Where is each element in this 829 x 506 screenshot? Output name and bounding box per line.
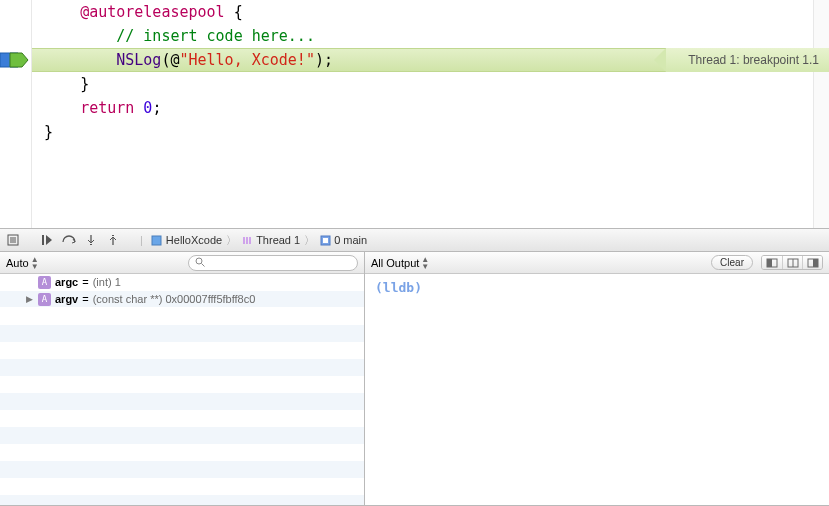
- equals: =: [82, 276, 88, 288]
- console-filter-bar: All Output ▲▼ Clear: [365, 252, 829, 274]
- continue-icon[interactable]: [40, 233, 54, 247]
- code-lines[interactable]: @autoreleasepool { // insert code here..…: [32, 0, 829, 144]
- variables-search-field[interactable]: [188, 255, 358, 271]
- chevron-right-icon: 〉: [304, 233, 315, 248]
- toggle-debug-area-icon[interactable]: [6, 233, 20, 247]
- breadcrumb-item-frame[interactable]: 0 main: [319, 234, 367, 246]
- search-icon: [195, 257, 205, 269]
- variable-row[interactable]: A argc = (int) 1: [0, 274, 364, 291]
- disclosure-icon[interactable]: ▶: [24, 294, 34, 304]
- search-input[interactable]: [209, 257, 351, 269]
- breadcrumb: HelloXcode 〉 Thread 1 〉 0 main: [151, 233, 367, 248]
- show-console-only-button[interactable]: [802, 256, 822, 269]
- step-into-icon[interactable]: [84, 233, 98, 247]
- svg-rect-4: [152, 236, 161, 245]
- variable-name: argv: [55, 293, 78, 305]
- svg-rect-6: [323, 238, 328, 243]
- variables-filter-bar: Auto ▲▼: [0, 252, 364, 274]
- svg-rect-1: [42, 235, 44, 245]
- svg-point-7: [196, 258, 202, 264]
- debug-panes: Auto ▲▼ A argc = (int) 1 ▶ A: [0, 252, 829, 506]
- breadcrumb-label: HelloXcode: [166, 234, 222, 246]
- variables-pane: Auto ▲▼ A argc = (int) 1 ▶ A: [0, 252, 365, 505]
- popup-label: Auto: [6, 257, 29, 269]
- breakpoint-marker[interactable]: [0, 48, 32, 72]
- popup-label: All Output: [371, 257, 419, 269]
- equals: =: [82, 293, 88, 305]
- variable-kind-badge: A: [38, 276, 51, 289]
- editor-gutter[interactable]: [0, 0, 32, 228]
- variables-list[interactable]: A argc = (int) 1 ▶ A argv = (const char …: [0, 274, 364, 505]
- code-editor[interactable]: Thread 1: breakpoint 1.1 @autoreleasepoo…: [0, 0, 829, 228]
- variable-kind-badge: A: [38, 293, 51, 306]
- variable-value: (const char **) 0x00007fff5fbff8c0: [93, 293, 256, 305]
- updown-icon: ▲▼: [421, 256, 429, 270]
- frame-icon: [319, 234, 331, 246]
- svg-rect-3: [112, 235, 114, 236]
- show-both-button[interactable]: [782, 256, 802, 269]
- pane-visibility-segmented[interactable]: [761, 255, 823, 270]
- console-prompt: (lldb): [375, 280, 422, 295]
- updown-icon: ▲▼: [31, 256, 39, 270]
- chevron-right-icon: 〉: [226, 233, 237, 248]
- variable-name: argc: [55, 276, 78, 288]
- show-vars-only-button[interactable]: [762, 256, 782, 269]
- svg-rect-13: [813, 259, 818, 267]
- console-output[interactable]: (lldb): [365, 274, 829, 505]
- variables-scope-popup[interactable]: Auto ▲▼: [6, 256, 39, 270]
- console-pane: All Output ▲▼ Clear (lldb): [365, 252, 829, 505]
- project-icon: [151, 234, 163, 246]
- console-output-popup[interactable]: All Output ▲▼: [371, 256, 429, 270]
- variable-row[interactable]: ▶ A argv = (const char **) 0x00007fff5fb…: [0, 291, 364, 308]
- clear-button[interactable]: Clear: [711, 255, 753, 270]
- breadcrumb-label: 0 main: [334, 234, 367, 246]
- variable-value: (int) 1: [93, 276, 121, 288]
- breadcrumb-label: Thread 1: [256, 234, 300, 246]
- thread-icon: [241, 234, 253, 246]
- breadcrumb-item-project[interactable]: HelloXcode: [151, 234, 222, 246]
- step-out-icon[interactable]: [106, 233, 120, 247]
- svg-rect-9: [767, 259, 772, 267]
- debug-toolbar: | HelloXcode 〉 Thread 1 〉 0 main: [0, 228, 829, 252]
- svg-rect-2: [90, 244, 92, 245]
- breadcrumb-item-thread[interactable]: Thread 1: [241, 234, 300, 246]
- button-label: Clear: [720, 257, 744, 268]
- step-over-icon[interactable]: [62, 233, 76, 247]
